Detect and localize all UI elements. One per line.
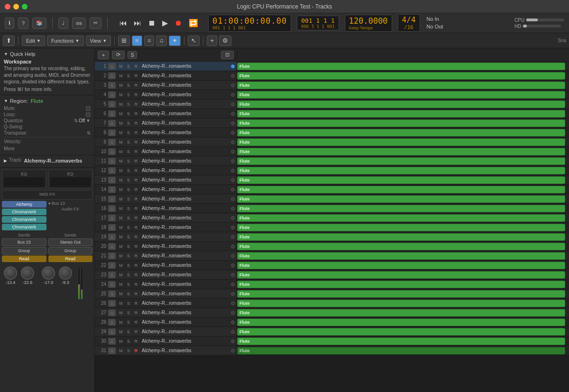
track-record-button[interactable]: R: [132, 329, 140, 334]
region-block[interactable]: Flute: [237, 148, 565, 155]
track-record-button[interactable]: R: [132, 102, 140, 107]
track-record-button[interactable]: R: [132, 301, 140, 306]
track-mute-button[interactable]: M: [117, 310, 125, 315]
region-block[interactable]: Flute: [237, 319, 565, 326]
region-row[interactable]: Flute: [237, 109, 569, 119]
region-block[interactable]: Flute: [237, 337, 565, 345]
view-menu-button[interactable]: View ▼: [86, 36, 111, 46]
chromaverb2-button[interactable]: ChromaVerb: [2, 216, 46, 223]
region-block[interactable]: Flute: [237, 129, 565, 137]
cycle-button[interactable]: 🔁: [186, 18, 201, 28]
track-row[interactable]: 26△MSRAlchemy-R...romaverbs: [95, 299, 237, 308]
track-mute-button[interactable]: M: [117, 64, 125, 69]
region-block[interactable]: Flute: [237, 110, 565, 118]
track-solo-button[interactable]: S: [125, 329, 132, 334]
track-row[interactable]: 4△MSRAlchemy-R...romaverbs: [95, 90, 237, 100]
track-solo-button[interactable]: S: [125, 102, 132, 107]
track-mute-button[interactable]: M: [117, 339, 125, 344]
track-record-button[interactable]: R: [132, 83, 140, 88]
track-solo-button[interactable]: S: [125, 140, 132, 145]
region-row[interactable]: Flute: [237, 337, 569, 346]
track-row[interactable]: 15△MSRAlchemy-R...romaverbs: [95, 194, 237, 204]
track-solo-button[interactable]: S: [125, 149, 132, 154]
track-row[interactable]: 14△MSRAlchemy-R...romaverbs: [95, 185, 237, 194]
info-button[interactable]: ℹ: [5, 18, 14, 29]
alchemy-button[interactable]: Alchemy: [2, 201, 46, 208]
track-solo-button[interactable]: S: [125, 111, 132, 116]
track-record-button[interactable]: R: [132, 320, 140, 325]
track-solo-button[interactable]: S: [125, 187, 132, 192]
track-solo-button[interactable]: S: [125, 225, 132, 230]
play-button[interactable]: ▶: [160, 18, 170, 28]
region-row[interactable]: Flute: [237, 346, 569, 356]
region-block[interactable]: Flute: [237, 328, 565, 336]
track-row[interactable]: 6△MSRAlchemy-R...romaverbs: [95, 109, 237, 119]
add-track-button[interactable]: +: [207, 36, 217, 46]
region-row[interactable]: Flute: [237, 299, 569, 308]
read-button-left[interactable]: Read: [2, 255, 46, 262]
region-block[interactable]: Flute: [237, 214, 565, 222]
fader-knob-3[interactable]: [42, 266, 55, 280]
track-mute-button[interactable]: M: [117, 178, 125, 182]
track-record-button[interactable]: R: [132, 111, 140, 116]
track-record-button[interactable]: R: [132, 92, 140, 97]
track-record-button[interactable]: R: [132, 121, 140, 126]
track-record-button[interactable]: R: [132, 178, 140, 182]
track-mute-button[interactable]: M: [117, 121, 125, 126]
chromaverb1-button[interactable]: ChromaVerb: [2, 209, 46, 215]
track-solo-button[interactable]: S: [125, 121, 132, 126]
region-row[interactable]: Flute: [237, 318, 569, 327]
track-solo-button[interactable]: S: [125, 273, 132, 277]
region-block[interactable]: Flute: [237, 233, 565, 241]
track-solo-button[interactable]: S: [125, 73, 132, 78]
quick-help-header[interactable]: ▼ Quick Help: [4, 51, 91, 57]
track-record-button[interactable]: R: [132, 225, 140, 230]
count-in-button[interactable]: ≡≡: [72, 18, 86, 29]
loop-checkbox[interactable]: [86, 112, 91, 117]
track-mute-button[interactable]: M: [117, 320, 125, 325]
track-solo-button[interactable]: S: [125, 168, 132, 173]
track-row[interactable]: 13△MSRAlchemy-R...romaverbs: [95, 175, 237, 185]
record-button[interactable]: ⏺: [172, 18, 184, 28]
fader-knob-4[interactable]: [59, 266, 72, 280]
region-info-header[interactable]: ▼ Region: Flute: [4, 98, 91, 104]
track-row[interactable]: 23△MSRAlchemy-R...romaverbs: [95, 270, 237, 280]
region-row[interactable]: Flute: [237, 137, 569, 147]
list-view-button[interactable]: ≡: [132, 36, 142, 46]
track-row[interactable]: 22△MSRAlchemy-R...romaverbs: [95, 261, 237, 270]
region-block[interactable]: Flute: [237, 205, 565, 212]
metronome-button[interactable]: ♩: [58, 18, 68, 29]
track-row[interactable]: 8△MSRAlchemy-R...romaverbs: [95, 128, 237, 137]
track-mute-button[interactable]: M: [117, 140, 125, 145]
track-record-button[interactable]: R: [132, 168, 140, 173]
minimize-button[interactable]: [13, 4, 19, 9]
track-mute-button[interactable]: M: [117, 130, 125, 135]
track-row[interactable]: 5△MSRAlchemy-R...romaverbs: [95, 100, 237, 109]
track-mute-button[interactable]: M: [117, 73, 125, 78]
midi-view-button[interactable]: ⌗: [144, 36, 154, 46]
region-block[interactable]: Flute: [237, 63, 565, 70]
track-record-button[interactable]: R: [132, 64, 140, 69]
track-record-button[interactable]: R: [132, 187, 140, 192]
region-row[interactable]: Flute: [237, 128, 569, 137]
read-button-right[interactable]: Read: [48, 255, 93, 262]
fader-knob-1[interactable]: [4, 266, 17, 280]
stereo-out-button[interactable]: Stereo Out: [48, 238, 93, 246]
functions-menu-button[interactable]: Functions ▼: [47, 36, 84, 46]
region-block[interactable]: Flute: [237, 138, 565, 146]
track-row[interactable]: 3△MSRAlchemy-R...romaverbs: [95, 81, 237, 90]
region-block[interactable]: Flute: [237, 186, 565, 193]
region-block[interactable]: Flute: [237, 176, 565, 184]
track-record-button[interactable]: R: [132, 348, 140, 353]
region-row[interactable]: Flute: [237, 175, 569, 185]
track-solo-button[interactable]: S: [125, 339, 132, 344]
track-mute-button[interactable]: M: [117, 273, 125, 277]
stop-button[interactable]: ⏹: [146, 18, 158, 28]
region-row[interactable]: Flute: [237, 327, 569, 337]
region-row[interactable]: Flute: [237, 213, 569, 223]
track-record-button[interactable]: R: [132, 273, 140, 277]
track-record-button[interactable]: R: [132, 282, 140, 287]
track-record-button[interactable]: R: [132, 197, 140, 201]
track-solo-button[interactable]: S: [125, 235, 132, 239]
region-row[interactable]: Flute: [237, 119, 569, 128]
